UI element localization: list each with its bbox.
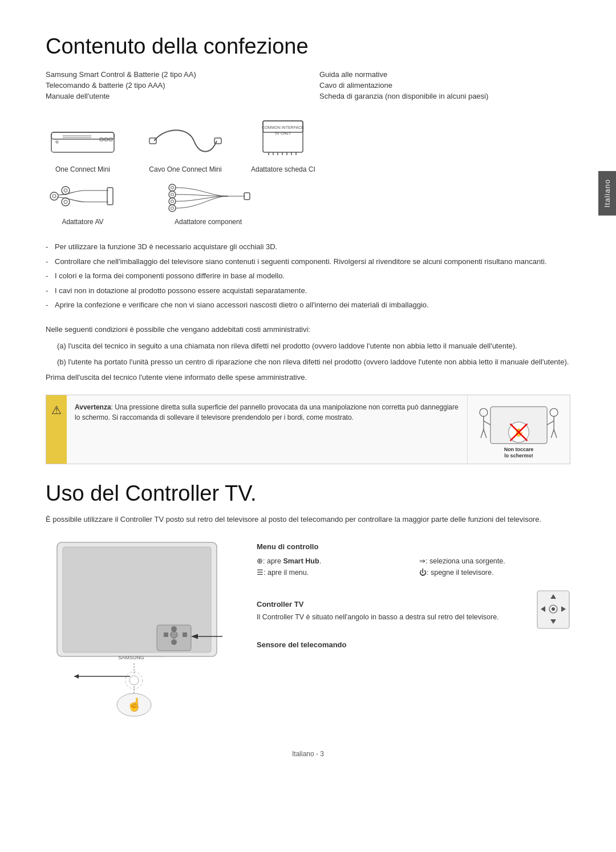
sensor-label-text: Sensore del telecomando <box>257 640 347 649</box>
product-adattatore-component-label: Adattatore component <box>175 218 242 226</box>
note-5: Aprire la confezione e verificare che no… <box>46 298 570 313</box>
items-grid: Samsung Smart Control & Batterie (2 tipo… <box>46 69 570 102</box>
item-1: Samsung Smart Control & Batterie (2 tipo… <box>46 69 297 80</box>
product-adattatore-ci-label: Adattatore scheda CI <box>251 165 315 173</box>
note-4: I cavi non in dotazione al prodotto poss… <box>46 283 570 298</box>
svg-line-48 <box>484 429 487 438</box>
item-6: Scheda di garanzia (non disponibile in a… <box>319 91 570 102</box>
sensor-label: Sensore del telecomando <box>257 640 570 649</box>
notes-list: Per utilizzare la funzione 3D è necessar… <box>46 240 570 313</box>
svg-point-22 <box>52 194 56 198</box>
svg-rect-0 <box>51 132 114 152</box>
adattatore-component-icon <box>165 179 251 213</box>
svg-line-53 <box>554 429 557 438</box>
svg-text:Non toccare: Non toccare <box>504 446 534 452</box>
product-one-connect-mini-label: One Connect Mini <box>55 165 110 173</box>
svg-point-32 <box>169 198 176 205</box>
product-cavo-label: Cavo One Connect Mini <box>149 165 221 173</box>
svg-line-47 <box>481 429 484 438</box>
svg-point-69 <box>129 676 139 685</box>
sidebar-label: Italiano <box>603 179 611 208</box>
cavo-icon <box>148 121 222 161</box>
svg-point-34 <box>169 205 176 212</box>
adattatore-ci-icon: COMMON INTERFACE 5V ONLY <box>252 115 314 161</box>
svg-text:5V ONLY: 5V ONLY <box>275 131 291 135</box>
svg-marker-74 <box>74 674 79 679</box>
controller-tv-title: Controller TV <box>257 600 528 608</box>
menu-col1: ⊕: apre Smart Hub. ☰: apre il menu. <box>257 555 408 578</box>
menu-col2: ⇒: seleziona una sorgente. ⏻: spegne il … <box>419 555 570 578</box>
item-5: Cavo di alimentazione <box>319 80 570 91</box>
controller-labels: Menu di controllo ⊕: apre Smart Hub. ☰: … <box>257 537 570 649</box>
svg-rect-62 <box>183 632 187 637</box>
footer-text: Italiano - 3 <box>292 750 324 758</box>
page: Italiano Contenuto della confezione Sams… <box>0 0 616 792</box>
warning-box: ⚠ Avvertenza: Una pressione diretta sull… <box>46 395 570 464</box>
svg-point-63 <box>171 639 177 645</box>
svg-point-30 <box>169 191 176 198</box>
menu-controllo-title: Menu di controllo <box>257 542 570 551</box>
note-2: Controllare che nell'imballaggio del tel… <box>46 254 570 269</box>
controller-area: SAMSUNG ☝ <box>46 537 570 733</box>
note-1: Per utilizzare la funzione 3D è necessar… <box>46 240 570 254</box>
product-adattatore-av-label: Adattatore AV <box>62 218 103 226</box>
adattatore-av-icon <box>46 179 120 213</box>
warning-text: : Una pressione diretta sulla superficie… <box>75 403 459 421</box>
item-2: Telecomando & batterie (2 tipo AAA) <box>46 80 297 91</box>
page-footer: Italiano - 3 <box>46 750 570 758</box>
warning-bold: Avvertenza <box>75 403 111 411</box>
warning-icon-col: ⚠ <box>46 395 67 464</box>
admin-sub2: (b) l'utente ha portato l'unità presso u… <box>57 356 570 368</box>
product-adattatore-av: Adattatore AV <box>46 179 120 226</box>
svg-text:☝: ☝ <box>127 697 143 712</box>
controller-tv-desc: Il Controller TV è situato nell'angolo i… <box>257 612 528 623</box>
product-cavo: Cavo One Connect Mini <box>148 121 222 173</box>
product-one-connect-mini: One Connect Mini <box>46 121 120 173</box>
products-row2: Adattatore AV <box>46 179 570 226</box>
svg-line-52 <box>551 429 554 438</box>
controller-tv-info: Controller TV Il Controller TV è situato… <box>257 590 528 628</box>
section2-desc: È possibile utilizzare il Controller TV … <box>46 514 570 526</box>
product-adattatore-component: Adattatore component <box>165 179 251 226</box>
warning-text-col: Avvertenza: Una pressione diretta sulla … <box>67 395 467 464</box>
controller-tv-diagram <box>536 590 570 631</box>
tv-illustration: SAMSUNG ☝ <box>46 537 240 733</box>
product-adattatore-ci: COMMON INTERFACE 5V ONLY Adattatore sche… <box>251 115 315 173</box>
menu-item-2: ☰: apre il menu. <box>257 567 408 578</box>
item-4: Guida alle normative <box>319 69 570 80</box>
svg-line-46 <box>484 421 491 425</box>
warning-triangle-icon: ⚠ <box>51 403 62 417</box>
menu-item-1: ⊕: apre Smart Hub. <box>257 555 408 567</box>
svg-text:COMMON INTERFACE: COMMON INTERFACE <box>262 125 304 129</box>
svg-rect-60 <box>164 632 168 637</box>
section2-title: Uso del Controller TV. <box>46 481 570 506</box>
admin-note: Nelle seguenti condizioni è possibile ch… <box>46 324 570 335</box>
smart-hub-icon: ⊕ <box>257 557 263 565</box>
svg-point-29 <box>171 186 174 189</box>
section1-title: Contenuto della confezione <box>46 34 570 59</box>
svg-text:SAMSUNG: SAMSUNG <box>118 655 144 660</box>
svg-line-51 <box>547 421 554 425</box>
svg-rect-71 <box>103 662 103 663</box>
items-col2: Guida alle normative Cavo di alimentazio… <box>319 69 570 102</box>
svg-point-49 <box>550 408 558 416</box>
items-col1: Samsung Smart Control & Batterie (2 tipo… <box>46 69 297 102</box>
sidebar-tab: Italiano <box>598 171 616 216</box>
menu-items: ⊕: apre Smart Hub. ☰: apre il menu. ⇒: s… <box>257 555 570 578</box>
svg-point-28 <box>169 184 176 191</box>
admin-sub1: (a) l'uscita del tecnico in seguito a un… <box>57 340 570 352</box>
svg-point-35 <box>171 207 174 210</box>
svg-point-5 <box>56 141 58 143</box>
menu-item-4: ⏻: spegne il televisore. <box>419 567 570 578</box>
svg-point-61 <box>171 631 177 638</box>
svg-point-24 <box>64 189 67 192</box>
warning-image: ✋ Non toccare lo schermo! <box>467 395 570 464</box>
svg-point-31 <box>171 193 174 196</box>
admin-sub3: Prima dell'uscita del tecnico l'utente v… <box>46 372 570 383</box>
svg-point-21 <box>50 192 58 200</box>
svg-point-33 <box>171 200 174 203</box>
one-connect-mini-icon <box>46 121 120 161</box>
svg-point-44 <box>480 408 488 416</box>
svg-point-79 <box>552 607 555 611</box>
note-3: I colori e la forma dei componenti posso… <box>46 269 570 283</box>
